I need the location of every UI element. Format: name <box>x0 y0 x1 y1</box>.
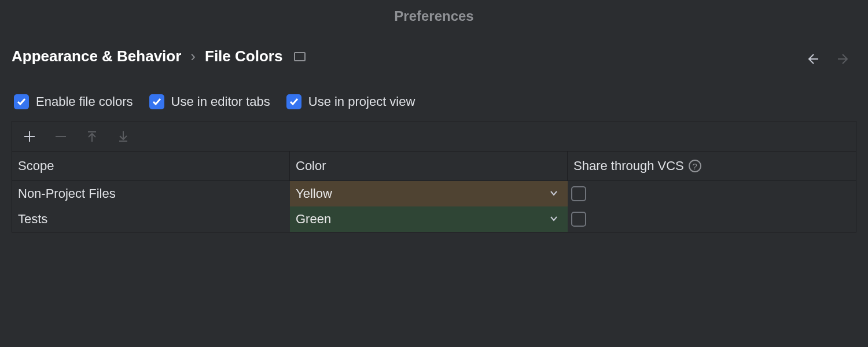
window-title: Preferences <box>0 0 868 24</box>
checkmark-icon <box>14 94 29 109</box>
scope-cell[interactable]: Non-Project Files <box>12 181 290 206</box>
checkmark-icon <box>286 94 301 109</box>
move-up-button[interactable] <box>85 130 99 143</box>
header-share[interactable]: Share through VCS ? <box>568 152 856 180</box>
table-toolbar <box>12 121 856 152</box>
color-cell-dropdown[interactable]: Yellow <box>290 181 568 206</box>
use-in-editor-tabs-checkbox[interactable]: Use in editor tabs <box>149 94 270 109</box>
table-headers: Scope Color Share through VCS ? <box>12 152 856 181</box>
scope-cell[interactable]: Tests <box>12 206 290 232</box>
move-down-button[interactable] <box>116 130 130 143</box>
options-row: Enable file colors Use in editor tabs Us… <box>0 65 868 121</box>
color-label: Yellow <box>296 186 332 201</box>
remove-button[interactable] <box>54 130 68 143</box>
header-share-label: Share through VCS <box>573 158 684 174</box>
panel-icon[interactable] <box>294 52 306 61</box>
enable-file-colors-label: Enable file colors <box>36 94 133 109</box>
table-row[interactable]: Non-Project Files Yellow <box>12 181 856 206</box>
color-label: Green <box>296 212 331 227</box>
breadcrumb: Appearance & Behavior › File Colors <box>0 24 868 65</box>
checkmark-icon <box>149 94 164 109</box>
use-in-project-view-checkbox[interactable]: Use in project view <box>286 94 415 109</box>
add-button[interactable] <box>23 130 36 143</box>
color-cell-dropdown[interactable]: Green <box>290 206 568 232</box>
help-icon[interactable]: ? <box>689 160 701 172</box>
table-row[interactable]: Tests Green <box>12 206 856 232</box>
enable-file-colors-checkbox[interactable]: Enable file colors <box>14 94 133 109</box>
chevron-down-icon <box>549 186 558 201</box>
use-in-project-view-label: Use in project view <box>308 94 415 109</box>
file-colors-table: Scope Color Share through VCS ? Non-Proj… <box>12 121 856 232</box>
share-cell[interactable] <box>568 181 856 206</box>
nav-forward-button[interactable] <box>837 52 851 66</box>
nav-back-button[interactable] <box>806 52 819 66</box>
share-checkbox[interactable] <box>571 186 586 201</box>
breadcrumb-parent[interactable]: Appearance & Behavior <box>12 47 181 65</box>
share-checkbox[interactable] <box>571 212 586 227</box>
header-color[interactable]: Color <box>290 152 568 180</box>
breadcrumb-current: File Colors <box>205 47 282 65</box>
use-in-editor-tabs-label: Use in editor tabs <box>171 94 270 109</box>
chevron-down-icon <box>549 212 558 227</box>
breadcrumb-separator: › <box>190 47 196 65</box>
header-scope[interactable]: Scope <box>12 152 290 180</box>
share-cell[interactable] <box>568 206 856 232</box>
